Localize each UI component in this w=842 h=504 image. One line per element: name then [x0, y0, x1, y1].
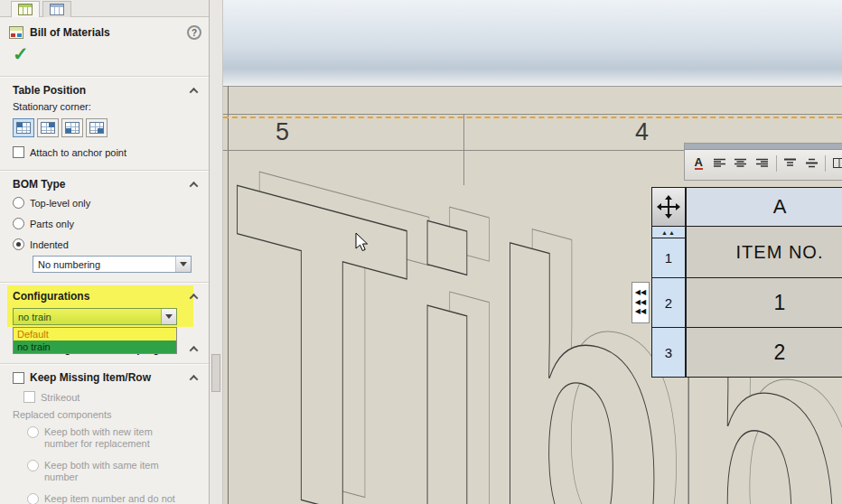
toolbar-icons: A	[685, 150, 842, 176]
radio-top-level-only[interactable]	[13, 197, 24, 209]
attach-anchor-row: Attach to anchor point	[13, 146, 126, 158]
attach-anchor-checkbox[interactable]	[13, 146, 24, 158]
bom-table-tab-icon	[18, 4, 33, 15]
section-table-position-header: Table Position	[13, 83, 197, 98]
keep-both-new-number-row: Keep both with new item number for repla…	[27, 426, 182, 450]
strikeout-checkbox[interactable]	[23, 391, 35, 403]
cell-row-2[interactable]: 2	[686, 327, 842, 378]
ok-button[interactable]: ✓	[13, 43, 29, 65]
bill-of-materials-icon	[9, 26, 23, 39]
radio-parts-only[interactable]	[13, 218, 24, 229]
configurations-dropdown-button[interactable]	[161, 309, 176, 324]
section-divider	[0, 76, 210, 78]
row-handle-icon: ◀◀	[635, 307, 646, 316]
keep-both-same-number-label: Keep both with same item number	[44, 460, 182, 483]
configurations-value: no train	[18, 312, 51, 322]
indented-label: Indented	[30, 239, 69, 250]
radio-keep-item-number[interactable]	[27, 493, 39, 504]
corner-button-bottom-left[interactable]	[61, 118, 83, 137]
keep-both-same-number-row: Keep both with same item number	[27, 460, 182, 483]
option-default[interactable]: Default	[14, 328, 176, 341]
top-level-label: Top-level only	[30, 198, 90, 209]
sort-indicator-cell[interactable]: ▲▲	[651, 226, 686, 238]
toolbar-separator	[825, 155, 826, 172]
table-toolbar: A	[684, 143, 842, 181]
active-area-dashed-line	[223, 117, 842, 118]
splitter-handle[interactable]	[211, 354, 220, 392]
row-number-3[interactable]: 3	[651, 327, 686, 378]
section-divider	[0, 363, 210, 365]
zone-label-4: 4	[635, 118, 649, 146]
collapse-configurations-icon[interactable]	[190, 293, 199, 302]
align-middle-icon[interactable]	[802, 154, 820, 173]
replaced-components-text: Replaced components	[13, 409, 111, 420]
format-text-icon[interactable]: A	[689, 154, 707, 173]
radio-indented[interactable]	[13, 238, 24, 250]
attach-anchor-label: Attach to anchor point	[30, 147, 126, 158]
align-top-icon[interactable]	[781, 154, 800, 173]
row-handle-icon: ◀◀	[635, 298, 646, 307]
move-table-handle[interactable]	[651, 187, 686, 227]
columns-tab-icon	[50, 4, 64, 15]
numbering-dropdown-button[interactable]	[175, 257, 191, 272]
format-text-glyph: A	[695, 156, 703, 170]
row-number-1[interactable]: 1	[651, 238, 686, 278]
row-number-2[interactable]: 2	[651, 277, 686, 328]
parts-only-row: Parts only	[13, 218, 74, 229]
corner-button-top-left[interactable]	[13, 118, 34, 137]
corner-button-bottom-right[interactable]	[86, 118, 108, 137]
panel-tab-strip	[0, 0, 209, 17]
parts-only-label: Parts only	[30, 219, 74, 229]
tab-bill-of-materials[interactable]	[11, 1, 40, 17]
cell-item-no[interactable]: ITEM NO.	[686, 226, 842, 278]
numbering-select[interactable]: No numbering	[33, 256, 192, 273]
section-divider	[0, 170, 210, 172]
collapse-config-grouping-icon[interactable]	[190, 345, 199, 354]
cell-row-1[interactable]: 1	[686, 277, 842, 328]
column-header-a[interactable]: A	[686, 187, 842, 227]
help-icon[interactable]: ?	[187, 25, 201, 40]
chevron-down-icon	[165, 314, 173, 319]
panel-header: Bill of Materials ?	[9, 24, 201, 41]
configurations-combobox[interactable]: no train	[13, 308, 177, 325]
collapse-table-position-icon[interactable]	[190, 87, 199, 96]
toolbar-separator	[776, 155, 777, 172]
strikeout-row: Strikeout	[23, 391, 80, 403]
collapse-keep-missing-icon[interactable]	[190, 374, 199, 383]
drawing-viewport[interactable]: 5 4 Tibbs Tibbs A	[223, 0, 842, 504]
corner-grid-icon	[41, 122, 55, 134]
radio-keep-both-new-number[interactable]	[27, 426, 39, 438]
keep-missing-checkbox[interactable]	[13, 372, 24, 384]
corner-dot	[17, 123, 23, 127]
radio-keep-both-same-number[interactable]	[27, 460, 39, 471]
corner-dot	[49, 123, 54, 127]
option-no-train[interactable]: no train	[14, 341, 176, 353]
keep-both-new-number-label: Keep both with new item number for repla…	[44, 426, 182, 450]
toolbar-grip[interactable]	[685, 144, 842, 150]
section-configurations-header: Configurations	[13, 289, 197, 303]
keep-item-number-label: Keep item number and do not	[44, 493, 182, 504]
align-left-icon[interactable]	[710, 154, 728, 173]
tab-display-pane[interactable]	[42, 1, 71, 17]
configurations-label: Configurations	[13, 290, 89, 303]
corner-dot	[98, 128, 103, 133]
keep-missing-label: Keep Missing Item/Row	[30, 371, 151, 384]
sort-asc-icon: ▲▲	[661, 229, 676, 236]
stationary-corner-label: Stationary corner:	[13, 101, 91, 112]
table-position-label: Table Position	[13, 84, 86, 97]
bom-type-label: BOM Type	[13, 178, 65, 191]
section-keep-missing-header: Keep Missing Item/Row	[13, 370, 197, 385]
property-manager-panel: Bill of Materials ? ✓ Table Position Sta…	[0, 0, 210, 504]
mouse-cursor	[355, 233, 369, 253]
row-resize-handle[interactable]: ◀◀ ◀◀ ◀◀	[632, 282, 650, 323]
align-center-icon[interactable]	[732, 154, 750, 173]
corner-grid-icon	[65, 122, 80, 134]
viewport-gradient	[223, 0, 842, 86]
app-window: Bill of Materials ? ✓ Table Position Sta…	[0, 0, 842, 504]
corner-button-top-right[interactable]	[37, 118, 59, 137]
collapse-bom-type-icon[interactable]	[190, 181, 199, 190]
align-right-icon[interactable]	[753, 154, 771, 173]
merge-cells-icon[interactable]	[830, 154, 842, 173]
section-bom-type-header: BOM Type	[13, 177, 197, 191]
panel-splitter[interactable]	[210, 0, 223, 504]
